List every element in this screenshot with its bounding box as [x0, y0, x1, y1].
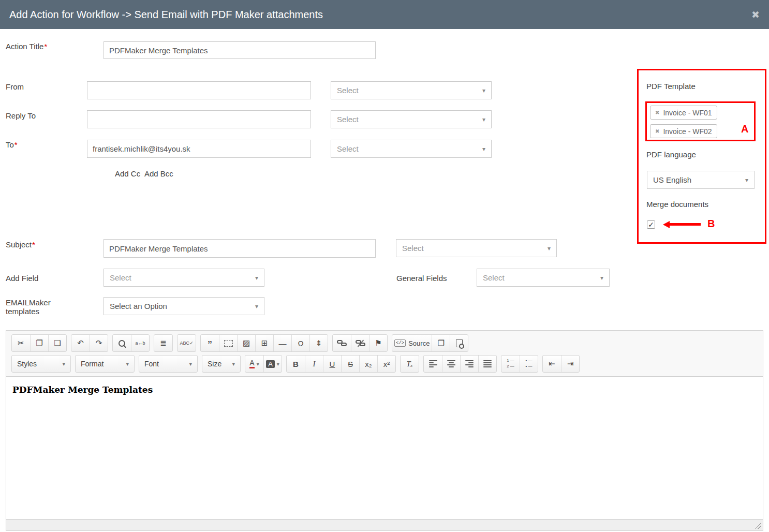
undo-group: ↶ ↷	[71, 334, 108, 352]
pdf-language-select[interactable]: US English ▾	[647, 171, 755, 189]
subject-input[interactable]	[103, 239, 376, 258]
special-char-icon[interactable]: Ω	[291, 335, 309, 351]
chevron-down-icon: ▾	[58, 361, 65, 367]
font-dropdown[interactable]: Font ▾	[139, 356, 197, 372]
add-bcc-link[interactable]: Add Bcc	[144, 169, 173, 178]
from-select[interactable]: Select ▾	[331, 81, 492, 99]
reply-to-input[interactable]	[87, 110, 311, 128]
chevron-down-icon: ▾	[277, 361, 279, 367]
annotation-arrow-shaft	[669, 223, 701, 226]
remove-format-icon[interactable]: Tₓ	[401, 356, 419, 372]
required-asterisk: *	[14, 140, 18, 149]
subscript-icon[interactable]: x₂	[359, 356, 377, 372]
preview-icon[interactable]	[450, 335, 468, 351]
outdent-icon[interactable]: ⇤	[543, 356, 561, 372]
background-color-button[interactable]: A ▾	[263, 356, 282, 372]
paste-icon[interactable]: ❏	[48, 335, 66, 351]
basic-styles-group: B I U S x₂ x²	[286, 355, 396, 373]
editor-toolbar: ✂ ❐ ❏ ↶ ↷ a↔b ≣ ABC✓	[6, 331, 763, 377]
add-field-select[interactable]: Select ▾	[103, 269, 264, 287]
replace-icon[interactable]: a↔b	[131, 335, 149, 351]
editor-bottom-bar	[6, 519, 763, 530]
emailmaker-templates-select-value: Select an Option	[110, 302, 167, 311]
to-select[interactable]: Select ▾	[331, 140, 492, 158]
to-input[interactable]	[87, 140, 311, 158]
strikethrough-icon[interactable]: S	[341, 356, 359, 372]
chevron-down-icon: ▾	[122, 361, 129, 367]
undo-icon[interactable]: ↶	[71, 335, 90, 351]
horizontal-rule-icon[interactable]: ―	[273, 335, 291, 351]
align-justify-icon[interactable]	[478, 356, 496, 372]
from-input[interactable]	[87, 81, 311, 99]
link-group: ⚑	[332, 334, 388, 352]
source-group: </> Source ❒	[392, 334, 468, 352]
unlink-icon[interactable]	[351, 335, 369, 351]
reply-to-select[interactable]: Select ▾	[331, 110, 492, 128]
page-break-icon[interactable]: ⇟	[309, 335, 328, 351]
document-magnifier-icon	[456, 339, 463, 347]
align-right-icon[interactable]	[460, 356, 478, 372]
indent-icon[interactable]: ⇥	[561, 356, 579, 372]
chevron-down-icon: ▾	[600, 274, 603, 282]
annotation-b: B	[707, 218, 715, 230]
chevron-down-icon: ▾	[548, 245, 551, 252]
action-title-input[interactable]	[103, 41, 376, 59]
anchor-icon[interactable]: ⚑	[369, 335, 387, 351]
align-center-icon[interactable]	[442, 356, 460, 372]
chevron-down-icon: ▾	[255, 274, 258, 282]
find-icon[interactable]	[113, 335, 131, 351]
font-dropdown-label: Font	[144, 360, 159, 368]
remove-chip-icon[interactable]: ✖	[655, 110, 659, 115]
bars-left-icon	[429, 360, 437, 367]
source-button[interactable]: </> Source	[392, 335, 432, 351]
format-dropdown[interactable]: Format ▾	[76, 356, 134, 372]
styles-dropdown-group: Styles ▾	[11, 355, 71, 373]
redo-icon[interactable]: ↷	[90, 335, 108, 351]
general-fields-select[interactable]: Select ▾	[477, 269, 610, 287]
underline-icon[interactable]: U	[323, 356, 341, 372]
italic-icon[interactable]: I	[305, 356, 323, 372]
spellcheck-icon[interactable]: ABC✓	[178, 335, 196, 351]
blockquote-icon[interactable]: ”	[201, 335, 219, 351]
editor-content[interactable]: PDFMaker Merge Templates	[6, 377, 763, 519]
general-fields-select-value: Select	[483, 273, 505, 282]
numbered-list-icon[interactable]: 1 — 2 —	[501, 356, 520, 372]
superscript-icon[interactable]: x²	[377, 356, 395, 372]
background-color-icon: A	[266, 360, 275, 368]
align-left-icon[interactable]	[424, 356, 442, 372]
create-div-icon[interactable]	[219, 335, 237, 351]
link-icon[interactable]	[333, 335, 351, 351]
merge-documents-checkbox[interactable]: ✓	[647, 220, 655, 229]
chip-label: Invoice - WF01	[663, 109, 712, 117]
add-cc-link[interactable]: Add Cc	[115, 169, 140, 178]
chain-icon	[337, 340, 347, 347]
font-dropdown-group: Font ▾	[139, 355, 198, 373]
styles-dropdown[interactable]: Styles ▾	[12, 356, 70, 372]
remove-chip-icon[interactable]: ✖	[655, 128, 659, 134]
source-code-icon: </>	[394, 339, 406, 347]
select-all-icon[interactable]: ≣	[154, 335, 172, 351]
table-icon[interactable]: ⊞	[255, 335, 273, 351]
size-dropdown-group: Size ▾	[202, 355, 241, 373]
resize-handle-icon[interactable]	[755, 522, 761, 529]
subject-select[interactable]: Select ▾	[396, 239, 557, 257]
to-select-value: Select	[337, 144, 359, 153]
close-icon[interactable]: ✖	[751, 9, 760, 21]
chevron-down-icon: ▾	[255, 303, 258, 310]
dashed-box-icon	[224, 340, 233, 347]
image-icon[interactable]: ▨	[237, 335, 255, 351]
size-dropdown[interactable]: Size ▾	[202, 356, 240, 372]
text-color-button[interactable]: A ▾	[245, 356, 263, 372]
copy-icon[interactable]: ❐	[30, 335, 48, 351]
cut-icon[interactable]: ✂	[12, 335, 30, 351]
bars-right-icon	[465, 360, 474, 367]
format-dropdown-group: Format ▾	[75, 355, 135, 373]
bold-icon[interactable]: B	[287, 356, 305, 372]
required-asterisk: *	[44, 42, 47, 51]
subject-select-value: Select	[402, 244, 424, 253]
templates-icon[interactable]: ❒	[432, 335, 450, 351]
add-action-modal: Add Action for Workflow -> Send Email wi…	[0, 0, 769, 532]
bulleted-list-icon[interactable]: • — • —	[520, 356, 538, 372]
emailmaker-templates-select[interactable]: Select an Option ▾	[103, 297, 264, 315]
toolbar-row-1: ✂ ❐ ❏ ↶ ↷ a↔b ≣ ABC✓	[11, 334, 758, 352]
